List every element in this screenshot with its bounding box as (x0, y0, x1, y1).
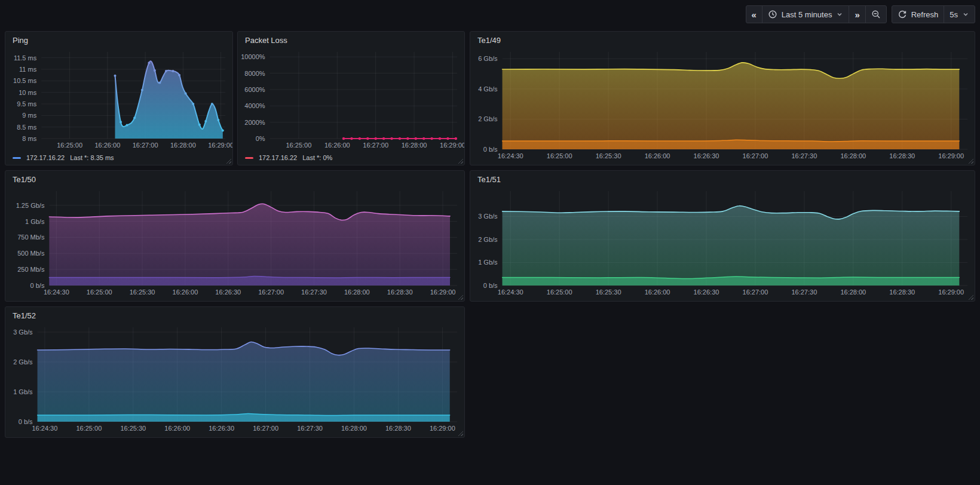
x-axis-tick-label: 16:25:30 (596, 152, 621, 159)
double-chevron-left-icon: « (752, 10, 757, 19)
y-axis-tick-label: 0 b/s (483, 146, 498, 153)
data-point (406, 137, 409, 140)
panel-title[interactable]: Te1/50 (13, 176, 36, 183)
y-axis-tick-label: 500 Mb/s (17, 250, 45, 257)
x-axis-tick-label: 16:27:00 (743, 152, 768, 159)
data-point (222, 129, 224, 131)
zoom-out-button[interactable] (865, 6, 886, 23)
data-point (141, 89, 143, 91)
x-axis-tick-label: 16:27:30 (301, 288, 327, 296)
x-axis-tick-label: 16:25:30 (120, 425, 146, 432)
legend-series-label[interactable]: 172.17.16.22 (259, 155, 297, 161)
refresh-interval-value: 5s (950, 10, 958, 19)
data-point (399, 137, 401, 140)
y-axis-tick-label: 750 Mb/s (17, 234, 45, 241)
panel-title[interactable]: Te1/52 (13, 312, 36, 320)
x-axis-tick-label: 16:26:00 (94, 142, 120, 149)
panel-legend: 172.17.16.22Last *: 0% (238, 151, 464, 164)
data-point (154, 69, 156, 72)
chevron-down-icon (836, 11, 843, 18)
x-axis-tick-label: 16:29:00 (430, 425, 455, 432)
y-axis-tick-label: 4 Gb/s (478, 85, 498, 93)
x-axis-tick-label: 16:24:30 (32, 425, 58, 432)
y-axis-tick-label: 1 Gb/s (25, 218, 45, 225)
data-point (158, 81, 161, 84)
x-axis-tick-label: 16:27:00 (253, 425, 278, 432)
y-axis-tick-label: 2 Gb/s (13, 358, 33, 366)
x-axis-tick-label: 16:25:00 (547, 152, 572, 159)
double-chevron-right-icon: » (855, 10, 859, 19)
panel-title[interactable]: Te1/51 (477, 176, 501, 183)
data-point (366, 137, 369, 140)
y-axis-tick-label: 8000% (244, 70, 265, 77)
x-axis-tick-label: 16:29:00 (440, 142, 464, 149)
x-axis-tick-label: 16:24:30 (498, 152, 523, 159)
y-axis-tick-label: 0 b/s (19, 418, 33, 425)
x-axis-tick-label: 16:27:00 (258, 288, 284, 296)
time-range-picker-button[interactable]: Last 5 minutes (762, 6, 849, 23)
y-axis-tick-label: 8 ms (22, 135, 36, 142)
data-point (178, 74, 180, 76)
series-area (503, 206, 960, 286)
time-shift-forward-button[interactable]: » (849, 6, 865, 23)
y-axis-tick-label: 0 b/s (30, 282, 45, 289)
x-axis-tick-label: 16:26:00 (173, 288, 198, 296)
panel-header[interactable]: Te1/52 (5, 307, 464, 324)
x-axis-tick-label: 16:25:00 (286, 142, 311, 149)
series-area (503, 63, 960, 149)
x-axis-tick-label: 16:26:30 (694, 152, 719, 159)
time-series-chart[interactable]: 1.25 Gb/s1 Gb/s750 Mb/s500 Mb/s250 Mb/s0… (5, 188, 464, 297)
data-point (217, 119, 219, 121)
x-axis-tick-label: 16:25:30 (130, 288, 155, 296)
x-axis-tick-label: 16:27:00 (133, 142, 158, 149)
refresh-button[interactable]: Refresh (892, 6, 944, 23)
x-axis-tick-label: 16:28:30 (387, 288, 413, 296)
legend-series-label[interactable]: 172.17.16.22 (26, 155, 65, 161)
panel-title[interactable]: Te1/49 (477, 36, 501, 44)
refresh-interval-dropdown[interactable]: 5s (944, 6, 975, 23)
x-axis-tick-label: 16:27:30 (297, 425, 323, 432)
panel-ping: Ping11.5 ms11 ms10.5 ms10 ms9.5 ms9 ms8.… (5, 31, 233, 165)
data-point (204, 120, 207, 122)
y-axis-tick-label: 0 b/s (483, 282, 498, 289)
x-axis-tick-label: 16:24:30 (498, 288, 523, 296)
x-axis-tick-label: 16:27:30 (791, 152, 817, 159)
panel-header[interactable]: Te1/50 (5, 171, 464, 188)
y-axis-tick-label: 9 ms (22, 112, 36, 119)
x-axis-tick-label: 16:28:30 (889, 152, 915, 159)
x-axis-tick-label: 16:25:00 (87, 288, 112, 296)
x-axis-tick-label: 16:24:30 (44, 288, 69, 296)
x-axis-tick-label: 16:26:30 (694, 288, 719, 296)
time-series-chart[interactable]: 3 Gb/s2 Gb/s1 Gb/s0 b/s16:24:3016:25:001… (5, 324, 464, 434)
time-shift-back-button[interactable]: « (746, 6, 762, 23)
time-series-chart[interactable]: 6 Gb/s4 Gb/s2 Gb/s0 b/s16:24:3016:25:001… (470, 48, 975, 161)
refresh-label: Refresh (911, 10, 939, 19)
data-point (172, 70, 174, 72)
x-axis-tick-label: 16:25:00 (547, 288, 572, 296)
refresh-icon (898, 10, 907, 19)
y-axis-tick-label: 0% (256, 135, 265, 142)
y-axis-tick-label: 11 ms (19, 66, 37, 73)
time-series-chart[interactable]: 10000%8000%6000%4000%2000%0%16:25:0016:2… (238, 48, 464, 151)
x-axis-tick-label: 16:29:00 (938, 288, 964, 296)
data-point (342, 137, 345, 140)
chevron-down-icon (962, 11, 969, 18)
x-axis-tick-label: 16:27:00 (743, 288, 768, 296)
panel-title[interactable]: Ping (13, 36, 28, 44)
x-axis-tick-label: 16:26:30 (215, 288, 241, 296)
data-point (165, 70, 167, 72)
time-controls-group: « Last 5 minutes » (746, 5, 887, 23)
x-axis-tick-label: 16:26:00 (645, 288, 670, 296)
panel-te1-51: Te1/513 Gb/s2 Gb/s1 Gb/s0 b/s16:24:3016:… (470, 170, 975, 302)
x-axis-tick-label: 16:28:00 (344, 288, 370, 296)
time-series-chart[interactable]: 3 Gb/s2 Gb/s1 Gb/s0 b/s16:24:3016:25:001… (470, 188, 975, 297)
panel-header[interactable]: Te1/49 (470, 32, 975, 48)
time-series-chart[interactable]: 11.5 ms11 ms10.5 ms10 ms9.5 ms9 ms8.5 ms… (5, 48, 232, 151)
panel-header[interactable]: Te1/51 (470, 171, 975, 188)
panel-header[interactable]: Ping (5, 32, 232, 48)
panel-header[interactable]: Packet Loss (238, 32, 464, 48)
data-point (350, 137, 353, 140)
panel-te1-52: Te1/523 Gb/s2 Gb/s1 Gb/s0 b/s16:24:3016:… (5, 306, 465, 438)
x-axis-tick-label: 16:28:00 (402, 142, 427, 149)
panel-title[interactable]: Packet Loss (245, 36, 287, 44)
